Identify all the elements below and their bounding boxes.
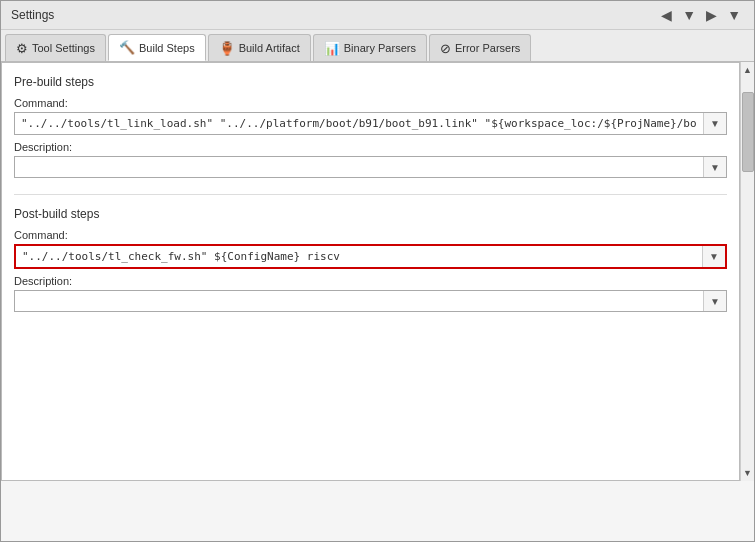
tab-tool-settings[interactable]: ⚙ Tool Settings [5, 34, 106, 61]
tab-build-artifact-label: Build Artifact [239, 42, 300, 54]
title-bar-controls: ◀ ▼ ▶ ▼ [658, 7, 744, 23]
nav-forward-icon[interactable]: ▶ [703, 7, 720, 23]
scrollbar: ▲ ▼ [740, 62, 754, 481]
tab-error-parsers-label: Error Parsers [455, 42, 520, 54]
prebuild-description-row: ▼ [14, 156, 727, 178]
binary-parsers-icon: 📊 [324, 41, 340, 56]
postbuild-command-label: Command: [14, 229, 727, 241]
tool-settings-icon: ⚙ [16, 41, 28, 56]
postbuild-description-row: ▼ [14, 290, 727, 312]
postbuild-section: Post-build steps Command: ▼ Description:… [14, 207, 727, 312]
build-artifact-icon: 🏺 [219, 41, 235, 56]
postbuild-description-label: Description: [14, 275, 727, 287]
tab-binary-parsers-label: Binary Parsers [344, 42, 416, 54]
content-area: Pre-build steps Command: ▼ Description: … [1, 62, 754, 481]
title-bar: Settings ◀ ▼ ▶ ▼ [1, 1, 754, 30]
window-title: Settings [11, 8, 54, 22]
tab-build-steps-label: Build Steps [139, 42, 195, 54]
prebuild-command-dropdown[interactable]: ▼ [703, 113, 726, 134]
build-steps-icon: 🔨 [119, 40, 135, 55]
prebuild-command-label: Command: [14, 97, 727, 109]
prebuild-command-row: ▼ [14, 112, 727, 135]
postbuild-description-input[interactable] [15, 291, 703, 311]
prebuild-description-input[interactable] [15, 157, 703, 177]
tab-build-artifact[interactable]: 🏺 Build Artifact [208, 34, 311, 61]
tab-binary-parsers[interactable]: 📊 Binary Parsers [313, 34, 427, 61]
postbuild-section-title: Post-build steps [14, 207, 727, 221]
main-content: Pre-build steps Command: ▼ Description: … [1, 62, 740, 481]
tabs-bar: ⚙ Tool Settings 🔨 Build Steps 🏺 Build Ar… [1, 30, 754, 62]
prebuild-section-title: Pre-build steps [14, 75, 727, 89]
bottom-area [1, 481, 754, 541]
nav-forward-dropdown-icon[interactable]: ▼ [724, 7, 744, 23]
settings-window: Settings ◀ ▼ ▶ ▼ ⚙ Tool Settings 🔨 Build… [0, 0, 755, 542]
title-bar-left: Settings [11, 8, 54, 22]
tab-tool-settings-label: Tool Settings [32, 42, 95, 54]
nav-back-icon[interactable]: ◀ [658, 7, 675, 23]
postbuild-command-input[interactable] [16, 246, 702, 267]
prebuild-section: Pre-build steps Command: ▼ Description: … [14, 75, 727, 178]
error-parsers-icon: ⊘ [440, 41, 451, 56]
prebuild-description-label: Description: [14, 141, 727, 153]
nav-dropdown-icon[interactable]: ▼ [679, 7, 699, 23]
postbuild-command-row: ▼ [14, 244, 727, 269]
scrollbar-up-arrow[interactable]: ▲ [741, 62, 754, 78]
prebuild-command-input[interactable] [15, 113, 703, 134]
scrollbar-thumb[interactable] [742, 92, 754, 172]
tab-build-steps[interactable]: 🔨 Build Steps [108, 34, 206, 61]
section-separator [14, 194, 727, 195]
postbuild-command-dropdown[interactable]: ▼ [702, 246, 725, 267]
tab-error-parsers[interactable]: ⊘ Error Parsers [429, 34, 531, 61]
prebuild-description-dropdown[interactable]: ▼ [703, 157, 726, 177]
scrollbar-down-arrow[interactable]: ▼ [741, 465, 754, 481]
postbuild-description-dropdown[interactable]: ▼ [703, 291, 726, 311]
